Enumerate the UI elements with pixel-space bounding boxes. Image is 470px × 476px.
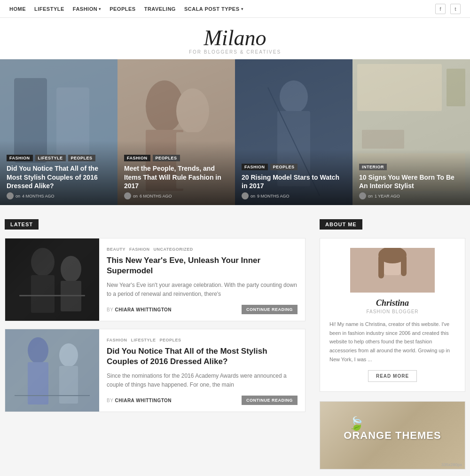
article-tag-fashion-1[interactable]: FASHION	[129, 247, 150, 252]
svg-point-26	[59, 343, 78, 367]
svg-point-9	[280, 80, 308, 113]
featured-title-4: 10 Signs You Were Born To Be An Interior…	[359, 173, 463, 190]
featured-age-1: 4 MONTHS AGO	[22, 194, 55, 198]
featured-on-2: on	[133, 194, 138, 198]
svg-rect-27	[59, 366, 78, 404]
nav-links: HOME LIFESTYLE FASHION ▾ PEOPLES TRAVELI…	[9, 6, 243, 12]
article-excerpt-1: New Year's Eve isn't your average celebr…	[107, 281, 298, 300]
article-title-1[interactable]: This New Year's Eve, Unleash Your Inner …	[107, 255, 298, 276]
tag-peoples-3[interactable]: PEOPLES	[270, 164, 298, 170]
tag-peoples-1[interactable]: PEOPLES	[68, 155, 95, 161]
article-footer-1: by CHIARA WHITTINGTON CONTINUE READING	[107, 305, 298, 314]
nav-traveling[interactable]: TRAVELING	[144, 6, 176, 12]
social-links: f t	[435, 4, 461, 14]
author-avatar-3	[242, 192, 249, 199]
main-container: LATEST BEAUTY FASHION UNCATEGORIZED	[0, 205, 470, 476]
featured-item-2[interactable]: FASHION PEOPLES Meet the People, Trends,…	[118, 59, 235, 205]
author-avatar-2	[124, 192, 131, 199]
featured-age-2: 6 MONTHS AGO	[140, 194, 172, 198]
featured-tags-1: FASHION LIFESTYLE PEOPLES	[7, 155, 111, 161]
featured-item-1[interactable]: FASHION LIFESTYLE PEOPLES Did You Notice…	[0, 59, 118, 205]
featured-age-4: 1 YEAR AGO	[375, 194, 400, 198]
orange-themes-text: ORANGE THEMES	[344, 429, 441, 442]
featured-title-3: 20 Rising Model Stars to Watch in 2017	[242, 173, 346, 190]
latest-label: LATEST	[5, 219, 39, 230]
logo-text: Milano	[204, 26, 266, 50]
svg-rect-19	[31, 275, 55, 313]
article-excerpt-2: Since the nominations for the 2016 Acade…	[107, 372, 298, 391]
article-tag-beauty[interactable]: BEAUTY	[107, 247, 125, 252]
author-avatar-4	[359, 192, 366, 199]
facebook-icon[interactable]: f	[435, 4, 446, 14]
featured-overlay-3: FASHION PEOPLES 20 Rising Model Stars to…	[235, 150, 352, 205]
tag-lifestyle-1[interactable]: LIFESTYLE	[35, 155, 66, 161]
nav-scala[interactable]: SCALA POST TYPES ▾	[184, 6, 243, 12]
article-tag-fashion-2[interactable]: FASHION	[107, 338, 127, 342]
featured-title-1: Did You Notice That All of the Most Styl…	[7, 164, 111, 190]
featured-time-1: on	[16, 194, 20, 198]
about-role: Fashion Blogger	[329, 309, 455, 314]
svg-point-20	[61, 256, 81, 282]
tag-fashion-2[interactable]: FASHION	[124, 155, 150, 161]
nav-fashion[interactable]: FASHION ▾	[73, 6, 101, 12]
featured-title-2: Meet the People, Trends, and Items That …	[124, 164, 228, 190]
article-tag-uncategorized[interactable]: UNCATEGORIZED	[154, 247, 193, 252]
article-thumb-1[interactable]	[5, 238, 99, 321]
site-logo[interactable]: Milano For Bloggers & Creatives	[5, 27, 465, 55]
tag-fashion-1[interactable]: FASHION	[7, 155, 33, 161]
svg-point-18	[31, 248, 55, 276]
article-card-1: BEAUTY FASHION UNCATEGORIZED This New Ye…	[5, 238, 306, 321]
about-name: Christina	[329, 298, 455, 308]
article-tags-2: FASHION LIFESTYLE PEOPLES	[107, 338, 298, 342]
featured-age-3: 9 MONTHS AGO	[257, 194, 290, 198]
chevron-down-icon-2: ▾	[241, 7, 243, 11]
article-body-2: FASHION LIFESTYLE PEOPLES Did You Notice…	[99, 329, 305, 412]
continue-btn-1[interactable]: CONTINUE READING	[242, 305, 298, 314]
svg-rect-13	[357, 64, 442, 111]
article-author-1: by CHIARA WHITTINGTON	[107, 307, 172, 312]
article-tag-lifestyle-2[interactable]: LIFESTYLE	[131, 338, 156, 342]
article-footer-2: by CHIARA WHITTINGTON CONTINUE READING	[107, 396, 298, 405]
featured-on-3: on	[251, 194, 255, 198]
ad-box[interactable]: 🍃 ORANGE THEMES 335x280px	[320, 401, 465, 469]
article-tag-peoples-2[interactable]: PEOPLES	[160, 338, 181, 342]
tag-peoples-2[interactable]: PEOPLES	[153, 155, 180, 161]
featured-meta-1: on 4 MONTHS AGO	[7, 192, 111, 199]
svg-rect-25	[28, 362, 48, 405]
article-author-2: by CHIARA WHITTINGTON	[107, 398, 172, 403]
featured-tags-3: FASHION PEOPLES	[242, 164, 346, 170]
about-bio: Hi! My name is Christina, creator of thi…	[329, 320, 455, 364]
article-thumb-2[interactable]	[5, 329, 99, 412]
nav-fashion-link[interactable]: FASHION	[73, 6, 97, 12]
twitter-icon[interactable]: t	[450, 4, 461, 14]
featured-item-3[interactable]: FASHION PEOPLES 20 Rising Model Stars to…	[235, 59, 352, 205]
featured-overlay-1: FASHION LIFESTYLE PEOPLES Did You Notice…	[0, 141, 118, 205]
nav-lifestyle[interactable]: LIFESTYLE	[34, 6, 64, 12]
featured-meta-4: on 1 YEAR AGO	[359, 192, 463, 199]
featured-grid: FASHION LIFESTYLE PEOPLES Did You Notice…	[0, 59, 470, 205]
featured-on-4: on	[368, 194, 373, 198]
ad-size-label: 335x280px	[441, 462, 462, 467]
svg-rect-28	[15, 395, 90, 396]
main-content: LATEST BEAUTY FASHION UNCATEGORIZED	[5, 219, 306, 469]
svg-rect-31	[371, 275, 414, 293]
site-header: Milano For Bloggers & Creatives	[0, 18, 470, 59]
svg-rect-16	[362, 130, 404, 149]
read-more-button[interactable]: READ MORE	[368, 370, 417, 382]
continue-btn-2[interactable]: CONTINUE READING	[242, 396, 298, 405]
author-avatar-1	[7, 192, 14, 199]
tag-interior-4[interactable]: INTERIOR	[359, 164, 387, 170]
featured-item-4[interactable]: INTERIOR 10 Signs You Were Born To Be An…	[352, 59, 470, 205]
nav-peoples[interactable]: PEOPLES	[110, 6, 135, 12]
about-me-label: ABOUT ME	[320, 219, 362, 230]
nav-home[interactable]: HOME	[9, 6, 26, 12]
article-body-1: BEAUTY FASHION UNCATEGORIZED This New Ye…	[99, 238, 305, 321]
svg-rect-14	[446, 69, 465, 106]
nav-scala-link[interactable]: SCALA POST TYPES	[184, 6, 240, 12]
tag-fashion-3[interactable]: FASHION	[242, 164, 268, 170]
svg-point-6	[176, 88, 209, 134]
article-title-2[interactable]: Did You Notice That All of the Most Styl…	[107, 346, 298, 367]
featured-overlay-4: INTERIOR 10 Signs You Were Born To Be An…	[352, 150, 470, 205]
featured-overlay-2: FASHION PEOPLES Meet the People, Trends,…	[118, 141, 235, 205]
svg-rect-33	[378, 255, 384, 278]
